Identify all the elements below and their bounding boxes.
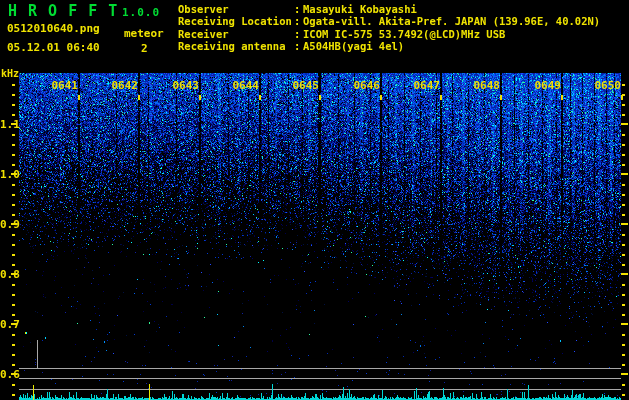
time-axis-label: 0643	[171, 80, 199, 91]
axis-label-layer: kHz1.11.00.90.80.70.60641064206430644064…	[0, 0, 629, 400]
freq-axis-label: 1.0	[0, 169, 20, 180]
freq-axis-label: 0.8	[0, 269, 20, 280]
freq-axis-label: 0.6	[0, 369, 20, 380]
time-axis-label: 0646	[352, 80, 380, 91]
freq-axis-label: 0.9	[0, 219, 20, 230]
time-axis-label: 0650	[593, 80, 621, 91]
time-axis-label: 0648	[472, 80, 500, 91]
time-axis-label: 0644	[231, 80, 259, 91]
time-axis-label: 0641	[50, 80, 78, 91]
freq-axis-unit: kHz	[1, 69, 19, 79]
hrofft-window: H R O F F T 1.0.0 0512010640.png meteor …	[0, 0, 629, 400]
time-axis-label: 0649	[533, 80, 561, 91]
freq-axis-label: 0.7	[0, 319, 20, 330]
freq-axis-label: 1.1	[0, 119, 20, 130]
time-axis-label: 0645	[291, 80, 319, 91]
time-axis-label: 0647	[412, 80, 440, 91]
time-axis-label: 0642	[110, 80, 138, 91]
